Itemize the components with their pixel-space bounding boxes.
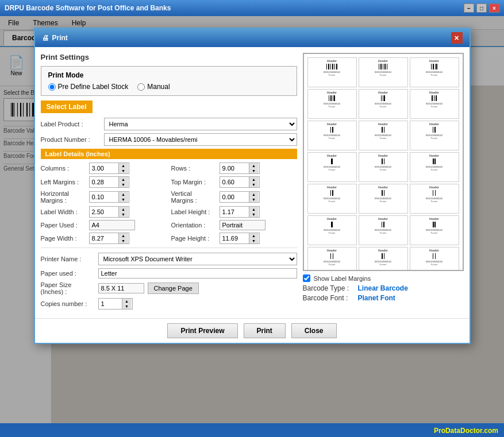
paper-size-input[interactable] (98, 283, 144, 293)
print-mode-group: Print Mode Pre Define Label Stock Manual (41, 66, 297, 96)
barcode-type-row: Barcode Type : Linear Barcode (303, 284, 464, 292)
copies-down[interactable]: ▼ (122, 304, 132, 309)
show-margins-checkbox[interactable] (303, 274, 310, 282)
label-height-row: Label Height : 1.17 ▲ ▼ (171, 206, 297, 218)
columns-spinbox: 3.00 ▲ ▼ (89, 163, 129, 174)
tmargin-up[interactable]: ▲ (249, 177, 259, 182)
vmargins-down[interactable]: ▼ (249, 197, 259, 202)
label-cell-13: Header 0001234934542 Footer (307, 184, 357, 214)
lwidth-up[interactable]: ▲ (119, 207, 128, 212)
orientation-value: Portrait (220, 220, 266, 230)
label-cell-12: Header 0001234934542 Footer (410, 152, 459, 182)
lmargins-down[interactable]: ▼ (119, 182, 128, 187)
label-product-select[interactable]: Herma (104, 118, 297, 130)
lmargins-up[interactable]: ▲ (119, 177, 128, 182)
hmargins-down[interactable]: ▼ (119, 197, 128, 202)
rows-row: Rows : 9.00 ▲ ▼ (171, 163, 297, 174)
columns-down[interactable]: ▼ (119, 168, 128, 173)
status-bar: ProDataDoctor.com (0, 423, 504, 437)
window-close-button[interactable]: × (489, 3, 499, 13)
columns-label: Columns : (41, 165, 87, 172)
page-height-row: Page Height : 11.69 ▲ ▼ (171, 233, 297, 244)
vert-margins-input[interactable]: 0.00 (220, 192, 249, 202)
dialog-body: Print Settings Print Mode Pre Define Lab… (35, 47, 470, 318)
dialog-left-pane: Print Settings Print Mode Pre Define Lab… (41, 53, 297, 312)
printer-name-control: Microsoft XPS Document Writer (98, 253, 297, 265)
left-margins-row: Left Margins : 0.28 ▲ ▼ (41, 176, 167, 188)
page-width-label: Page Width : (41, 235, 87, 242)
rows-down[interactable]: ▼ (249, 168, 259, 173)
label-width-spinbox: 2.50 ▲ ▼ (89, 206, 129, 218)
copies-up[interactable]: ▲ (122, 299, 132, 304)
minimize-button[interactable]: − (464, 3, 474, 13)
lwidth-down[interactable]: ▼ (119, 212, 128, 217)
title-bar: DRPU Barcode Software for Post Office an… (0, 0, 504, 16)
rows-label: Rows : (171, 165, 217, 172)
select-label-button[interactable]: Select Label (41, 100, 93, 113)
change-page-button[interactable]: Change Page (148, 283, 199, 294)
left-margins-spinbox: 0.28 ▲ ▼ (89, 176, 129, 188)
label-cell-11: Header 0001234934542 Footer (359, 152, 408, 182)
label-height-input[interactable]: 1.17 (220, 207, 249, 216)
page-width-input[interactable]: 8.27 (90, 234, 118, 243)
top-margin-input[interactable]: 0.60 (220, 177, 249, 187)
label-cell-17: Header 0001234934542 Footer (359, 215, 408, 245)
lheight-up[interactable]: ▲ (249, 207, 259, 212)
barcode-info: Barcode Type : Linear Barcode Barcode Fo… (303, 284, 464, 304)
product-number-label: Product Number : (41, 136, 104, 143)
label-width-input[interactable]: 2.50 (90, 207, 118, 216)
pheight-down[interactable]: ▼ (249, 238, 259, 243)
copies-spinbox: 1 ▲ ▼ (98, 298, 133, 310)
columns-row: Columns : 3.00 ▲ ▼ (41, 163, 167, 174)
radio-manual-label: Manual (147, 83, 170, 91)
app-title: DRPU Barcode Software for Post Office an… (5, 4, 171, 12)
print-dialog: 🖨 Print × Print Settings Print Mode Pre … (34, 28, 471, 344)
vmargins-up[interactable]: ▲ (249, 192, 259, 197)
hmargins-up[interactable]: ▲ (119, 192, 128, 197)
paper-used-value: A4 (89, 220, 135, 230)
page-width-row: Page Width : 8.27 ▲ ▼ (41, 233, 167, 244)
columns-input[interactable]: 3.00 (90, 164, 118, 173)
dialog-title-bar: 🖨 Print × (35, 29, 470, 47)
print-preview-button[interactable]: Print Preview (167, 323, 237, 338)
radio-predefine: Pre Define Label Stock (48, 83, 129, 91)
pwidth-down[interactable]: ▼ (119, 238, 128, 243)
dialog-close-button[interactable]: × (451, 32, 463, 44)
paper-used2-input[interactable] (98, 268, 297, 279)
tmargin-down[interactable]: ▼ (249, 182, 259, 187)
radio-predefine-input[interactable] (48, 83, 56, 91)
left-margins-input[interactable]: 0.28 (90, 177, 118, 187)
print-mode-title: Print Mode (48, 71, 290, 79)
horiz-margins-input[interactable]: 0.10 (90, 192, 118, 202)
barcode-type-label: Barcode Type : (303, 284, 355, 292)
pheight-up[interactable]: ▲ (249, 233, 259, 238)
label-cell-21: Header 0001234934542 Footer (410, 247, 459, 271)
columns-up[interactable]: ▲ (119, 163, 128, 168)
paper-size-label: Paper Size(Inches) : (41, 281, 98, 295)
label-width-row: Label Width : 2.50 ▲ ▼ (41, 206, 167, 218)
close-dialog-button[interactable]: Close (291, 323, 337, 338)
horiz-margins-spinbox: 0.10 ▲ ▼ (89, 191, 129, 203)
page-height-input[interactable]: 11.69 (220, 234, 249, 243)
rows-input[interactable]: 9.00 (220, 164, 249, 173)
label-cell-4: Header 0001234934542 Footer (307, 89, 357, 119)
label-cell-14: Header 0001234934542 Footer (359, 184, 408, 214)
rows-up[interactable]: ▲ (249, 163, 259, 168)
label-cell-6: Header 0001234934542 Footer (410, 89, 459, 119)
lheight-down[interactable]: ▼ (249, 212, 259, 217)
print-mode-options: Pre Define Label Stock Manual (48, 83, 290, 91)
printer-name-select[interactable]: Microsoft XPS Document Writer (98, 253, 297, 265)
maximize-button[interactable]: □ (476, 3, 487, 13)
dialog-title: Print (52, 34, 68, 42)
orientation-row: Orientation : Portrait (171, 220, 297, 230)
print-button[interactable]: Print (244, 323, 286, 338)
label-details-title: Label Details (Inches) (41, 149, 297, 159)
pwidth-up[interactable]: ▲ (119, 233, 128, 238)
left-margins-label: Left Margins : (41, 179, 87, 185)
radio-manual-input[interactable] (137, 83, 145, 91)
product-number-select[interactable]: HERMA 10006 - Movables/remi (104, 133, 297, 146)
copies-input[interactable]: 1 (99, 299, 122, 308)
orientation-label: Orientation : (171, 222, 217, 229)
label-cell-5: Header 0001234934542 Footer (359, 89, 408, 119)
label-cell-19: Header 0001234934542 Footer (307, 247, 357, 271)
